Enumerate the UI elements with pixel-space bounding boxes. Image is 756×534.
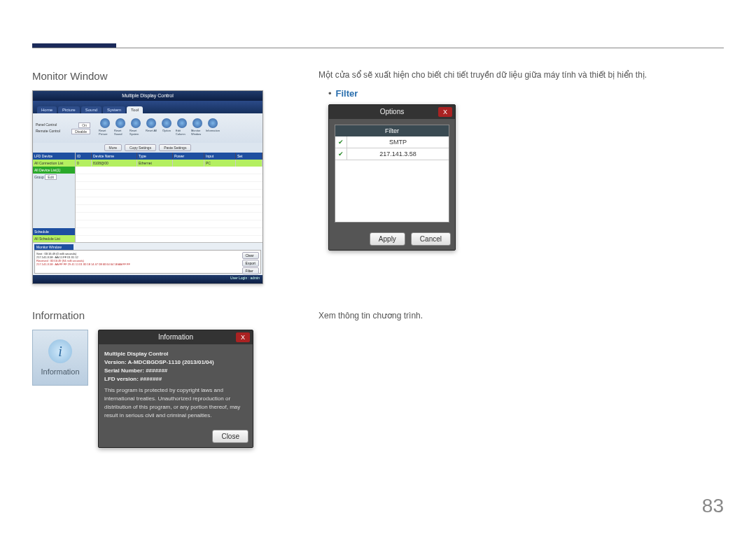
- apply-button[interactable]: Apply: [370, 232, 405, 246]
- info-product-name: Multiple Display Control: [104, 350, 247, 358]
- panel-control-label: Panel Control: [36, 122, 57, 128]
- section-title-monitor: Monitor Window: [32, 70, 263, 82]
- info-icon-label: Information: [41, 367, 79, 376]
- sidebar-item-all-device[interactable]: All Device List(1): [33, 167, 75, 174]
- information-card-icon[interactable]: i Information: [32, 330, 88, 386]
- remote-control-value[interactable]: Disable: [71, 129, 90, 134]
- app-sidebar: LFD Device All Connection List All Devic…: [33, 153, 76, 242]
- edit-column-icon[interactable]: Edit Column: [176, 118, 188, 138]
- monitor-window-description: Một cửa sổ sẽ xuất hiện cho biết chi tiế…: [318, 70, 710, 80]
- info-dialog-title: Information X: [99, 330, 253, 344]
- filter-row-ip[interactable]: ✔ 217.141.3.58: [335, 148, 449, 160]
- filter-dialog-title: Options X: [329, 105, 455, 119]
- info-lfd-version: LFD version: #######: [104, 375, 247, 384]
- filter-bullet: •Filter: [328, 88, 710, 99]
- info-icon: i: [48, 339, 72, 363]
- monitor-filter-button[interactable]: Filter: [242, 267, 259, 274]
- sidebar-edit-button[interactable]: Edit: [45, 174, 57, 180]
- cancel-button[interactable]: Cancel: [411, 232, 451, 246]
- info-version: Version: A-MDCBGDSP-1110 (2013/01/04): [104, 358, 247, 367]
- sidebar-group-row: Group Edit: [33, 174, 75, 181]
- page-number: 83: [702, 495, 724, 517]
- app-screenshot-monitor: Multiple Display Control Home Picture So…: [32, 90, 263, 284]
- grid-empty-area: [76, 167, 262, 242]
- tab-system[interactable]: System: [103, 106, 125, 113]
- monitor-clear-button[interactable]: Clear: [242, 252, 259, 259]
- check-icon[interactable]: ✔: [335, 148, 347, 160]
- info-legal-text: This program is protected by copyright l…: [104, 386, 247, 420]
- device-grid: ID Device Name Type Power Input Set 0 81…: [76, 153, 262, 242]
- info-close-button[interactable]: Close: [212, 430, 248, 443]
- tab-tool[interactable]: Tool: [127, 106, 143, 113]
- sidebar-item-all-connection[interactable]: All Connection List: [33, 160, 75, 167]
- more-button[interactable]: More: [104, 144, 122, 151]
- app-tabs: Home Picture Sound System Tool: [33, 101, 262, 113]
- tab-picture[interactable]: Picture: [58, 106, 80, 113]
- reset-all-icon[interactable]: Reset All: [145, 118, 158, 138]
- info-serial: Serial Number: #######: [104, 367, 247, 375]
- grid-header-row: ID Device Name Type Power Input Set: [76, 153, 262, 160]
- reset-picture-icon[interactable]: Reset Picture: [99, 118, 111, 138]
- monitor-window-icon[interactable]: Monitor Window: [191, 118, 204, 138]
- panel-control-value[interactable]: On: [78, 122, 90, 128]
- section-title-information: Information: [32, 309, 263, 321]
- copy-settings-button[interactable]: Copy Settings: [125, 144, 156, 151]
- filter-dialog: Options X Filter ✔ SMTP ✔ 217.141.3.58 A…: [328, 104, 456, 251]
- information-icon[interactable]: Information: [206, 118, 219, 138]
- header-divider: [32, 48, 724, 48]
- monitor-data-line: 217.141.3.58 : AA FF FF 29 41 11 01 00 1…: [36, 262, 242, 266]
- filter-list: Filter ✔ SMTP ✔ 217.141.3.58: [335, 125, 449, 223]
- monitor-window-panel: Monitor Window Sent : 00:16:49 (0 milli …: [33, 242, 262, 275]
- toolbar-icons: Reset Picture Reset Sound Reset System R…: [99, 118, 219, 138]
- monitor-export-button[interactable]: Export: [242, 260, 259, 267]
- option-icon[interactable]: Option: [160, 118, 173, 138]
- sidebar-header-lfd: LFD Device: [33, 153, 75, 160]
- app-titlebar: Multiple Display Control: [33, 91, 262, 101]
- check-icon[interactable]: ✔: [335, 136, 347, 148]
- close-icon[interactable]: X: [438, 107, 452, 117]
- remote-control-label: Remote Control: [36, 129, 60, 134]
- monitor-panel-title: Monitor Window: [34, 244, 74, 250]
- app-footer: User Login : admin: [33, 275, 262, 283]
- reset-sound-icon[interactable]: Reset Sound: [114, 118, 127, 138]
- tab-home[interactable]: Home: [37, 106, 57, 113]
- app-toolbar: Panel ControlOn Remote ControlDisable Re…: [33, 113, 262, 143]
- sidebar-item-all-schedule[interactable]: All Schedule List: [33, 235, 75, 242]
- filter-empty-area: [335, 160, 449, 222]
- close-icon[interactable]: X: [236, 332, 250, 342]
- tab-sound[interactable]: Sound: [81, 106, 102, 113]
- sidebar-header-schedule: Schedule: [33, 228, 75, 235]
- left-column: Monitor Window Multiple Display Control …: [32, 70, 263, 448]
- filter-row-smtp[interactable]: ✔ SMTP: [335, 136, 449, 148]
- information-dialog: Information X Multiple Display Control V…: [98, 330, 253, 448]
- grid-data-row[interactable]: 0 8108@00 Ethernet PC: [76, 160, 262, 167]
- paste-settings-button[interactable]: Paste Settings: [159, 144, 191, 151]
- reset-system-icon[interactable]: Reset System: [130, 118, 142, 138]
- information-description: Xem thông tin chương trình.: [318, 311, 710, 321]
- right-column: Một cửa sổ sẽ xuất hiện cho biết chi tiế…: [318, 70, 710, 329]
- mini-button-row: More Copy Settings Paste Settings: [33, 143, 262, 153]
- filter-column-header: Filter: [335, 125, 449, 136]
